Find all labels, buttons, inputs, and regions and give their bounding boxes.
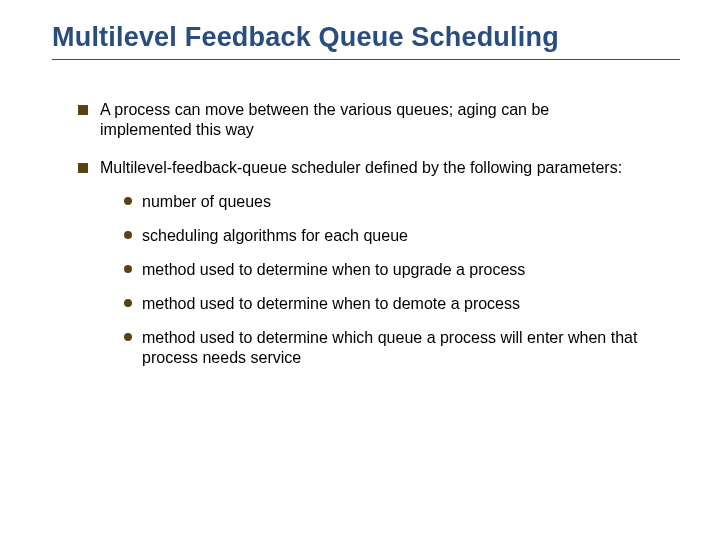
list-item: A process can move between the various q… (78, 100, 640, 140)
list-item-text: method used to determine when to demote … (142, 295, 520, 312)
slide: Multilevel Feedback Queue Scheduling A p… (0, 0, 720, 540)
list-item: number of queues (124, 192, 640, 212)
title-underline (52, 59, 680, 60)
list-item: Multilevel-feedback-queue scheduler defi… (78, 158, 640, 368)
list-item: method used to determine when to upgrade… (124, 260, 640, 280)
sub-bullet-list: number of queues scheduling algorithms f… (100, 192, 640, 368)
list-item: method used to determine when to demote … (124, 294, 640, 314)
page-title: Multilevel Feedback Queue Scheduling (52, 22, 680, 53)
list-item-text: A process can move between the various q… (100, 101, 549, 138)
list-item: scheduling algorithms for each queue (124, 226, 640, 246)
list-item-text: method used to determine which queue a p… (142, 329, 637, 366)
list-item: method used to determine which queue a p… (124, 328, 640, 368)
list-item-text: scheduling algorithms for each queue (142, 227, 408, 244)
list-item-text: number of queues (142, 193, 271, 210)
list-item-text: Multilevel-feedback-queue scheduler defi… (100, 159, 622, 176)
bullet-list: A process can move between the various q… (52, 100, 680, 368)
list-item-text: method used to determine when to upgrade… (142, 261, 525, 278)
